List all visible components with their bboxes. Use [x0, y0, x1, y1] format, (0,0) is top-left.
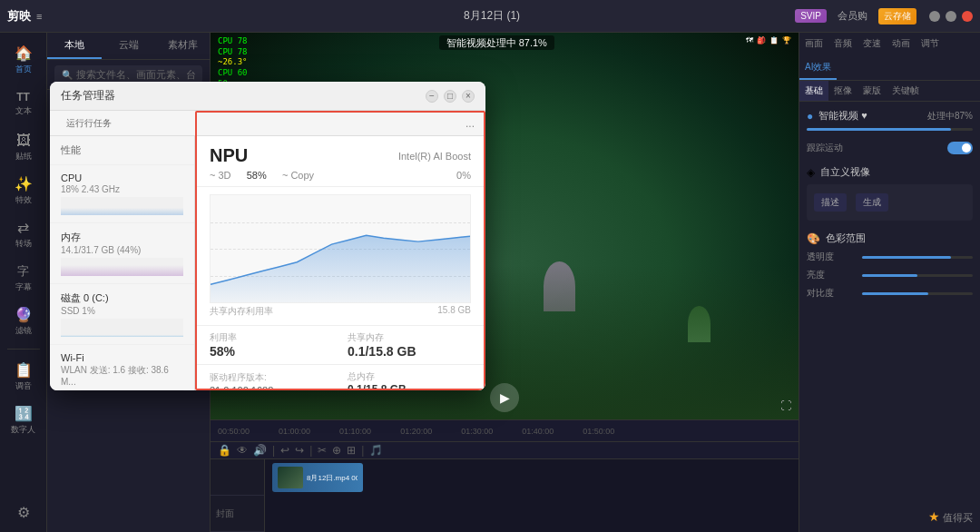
tab-animation[interactable]: 动画: [887, 33, 916, 56]
subtab-basic[interactable]: 基础: [799, 81, 828, 101]
disk-chart: [61, 319, 183, 337]
sep3: |: [361, 444, 364, 457]
smart-video-status: 处理中87%: [927, 110, 973, 123]
sidebar-item-text[interactable]: TT 文本: [4, 84, 44, 123]
sidebar-item-template[interactable]: 📋 调音: [4, 357, 44, 397]
sidebar-item-digital[interactable]: 🔢 数字人: [4, 400, 44, 440]
undo-icon[interactable]: ↩: [280, 444, 289, 457]
app-container: 剪映 ≡ 8月12日 (1) SVIP 会员购 云存储 🏠 首页 TT: [0, 0, 980, 532]
tab-local[interactable]: 本地: [47, 33, 102, 59]
sidebar-item-home[interactable]: 🏠 首页: [4, 40, 44, 80]
tm-subtitle-row: ~ 3D 58% ~ Copy 0%: [210, 170, 471, 181]
tm-sidebar-wifi[interactable]: Wi-Fi WLAN 发送: 1.6 接收: 38.6 M...: [50, 345, 194, 390]
clip-thumbnail: [278, 467, 303, 488]
zoom-icon[interactable]: ⊞: [347, 444, 356, 457]
timeline-toolbar: 🔒 👁 🔊 | ↩ ↪ | ✂ ⊕ ⊞ | 🎵: [211, 442, 799, 459]
sidebar-item-transition[interactable]: ⇄ 转场: [4, 214, 44, 254]
template-icon: 📋: [15, 361, 33, 379]
progress-bar-bg: [807, 128, 973, 131]
expand-button[interactable]: ⛶: [780, 399, 791, 412]
follow-motion-toggle[interactable]: [947, 142, 973, 154]
tab-speed[interactable]: 变速: [858, 33, 887, 56]
time-mark-0: 00:50:00: [218, 427, 250, 436]
redo-icon[interactable]: ↪: [295, 444, 304, 457]
maximize-button[interactable]: [946, 11, 956, 22]
snap-icon[interactable]: ⊕: [332, 444, 341, 457]
track-area[interactable]: 8月12日.mp4 00:00: [265, 459, 799, 532]
custom-btn1[interactable]: 描述: [814, 193, 847, 212]
tm-chart-area: 共享内存利用率 15.8 GB: [195, 187, 485, 325]
tab-screen[interactable]: 画面: [799, 33, 828, 56]
custom-btn2[interactable]: 生成: [856, 193, 888, 212]
driver-ver-label: 驱动程序版本:: [210, 372, 267, 382]
slider-label3: 对比度: [807, 287, 862, 300]
npu-0pct: 0%: [456, 170, 471, 181]
tab-adjust[interactable]: 调节: [916, 33, 945, 56]
sidebar-item-sticker[interactable]: 🖼 贴纸: [4, 127, 44, 167]
play-button[interactable]: ▶: [490, 383, 519, 412]
sidebar-subtitle-label: 字幕: [15, 281, 32, 293]
lock-icon: 🔒: [218, 444, 231, 457]
mem-chart: [61, 258, 183, 276]
smart-video-icon: ●: [807, 110, 813, 123]
subtab-cutout[interactable]: 抠像: [828, 81, 858, 101]
smart-video-title: 智能视频 ♥: [818, 109, 867, 123]
subtab-mask[interactable]: 蒙版: [858, 81, 887, 101]
slider-row1: 透明度: [807, 251, 973, 263]
sidebar-item-filter[interactable]: 🔮 滤镜: [4, 301, 44, 341]
tm-more-btn[interactable]: ...: [466, 117, 475, 130]
tm-run-tasks-btn[interactable]: 运行行任务: [61, 115, 117, 132]
app-menu-icon[interactable]: ≡: [36, 11, 42, 22]
wifi-detail: WLAN 发送: 1.6 接收: 38.6 M...: [61, 364, 183, 387]
tm-sidebar-disk[interactable]: 磁盘 0 (C:) SSD 1%: [50, 284, 194, 345]
subtab-keyframe[interactable]: 关键帧: [887, 81, 925, 101]
audio-icon[interactable]: 🎵: [369, 444, 383, 457]
brightness-slider[interactable]: [862, 274, 973, 277]
tab-audio[interactable]: 音频: [828, 33, 858, 56]
tab-material[interactable]: 素材库: [155, 33, 210, 59]
search-input[interactable]: [76, 69, 195, 80]
tm-maximize-btn[interactable]: □: [444, 90, 456, 103]
tm-sidebar-cpu[interactable]: CPU 18% 2.43 GHz: [50, 165, 194, 223]
tm-minimize-btn[interactable]: −: [426, 90, 438, 103]
cloud-btn[interactable]: 云存储: [878, 8, 916, 25]
chart-left-label: 共享内存利用率: [210, 305, 273, 318]
opacity-slider[interactable]: [862, 256, 973, 259]
tm-title-row: NPU Intel(R) AI Boost: [210, 145, 471, 166]
hud-icons: 🗺🎒📋🏆: [746, 36, 791, 44]
contrast-fill: [862, 292, 928, 295]
chart-right-label: 15.8 GB: [437, 305, 471, 318]
tm-sidebar-memory[interactable]: 内存 14.1/31.7 GB (44%): [50, 223, 194, 284]
sidebar-item-effect[interactable]: ✨ 特效: [4, 171, 44, 211]
member-btn[interactable]: 会员购: [832, 7, 873, 25]
sidebar-text-label: 文本: [15, 105, 32, 117]
minimize-button[interactable]: [929, 11, 940, 22]
expand-icon: ⛶: [780, 399, 791, 412]
tm-actions-bar: 运行行任务 ...: [50, 111, 485, 136]
tm-close-btn[interactable]: ×: [462, 90, 475, 103]
close-button[interactable]: [962, 11, 973, 22]
processing-text: 智能视频处理中 87.1%: [439, 35, 554, 50]
tab-cloud[interactable]: 云端: [102, 33, 156, 59]
tab-ai[interactable]: AI效果: [799, 56, 837, 80]
sidebar-effect-label: 特效: [15, 194, 32, 206]
contrast-slider[interactable]: [862, 292, 973, 295]
processing-overlay: 智能视频处理中 87.1%: [439, 36, 554, 50]
slider-label1: 透明度: [807, 251, 862, 263]
time-mark-1: 01:00:00: [279, 427, 310, 436]
cut-icon[interactable]: ✂: [318, 444, 327, 457]
vol-icon: 🔊: [253, 444, 267, 457]
sidebar-item-subtitle[interactable]: 字 字幕: [4, 258, 44, 298]
sidebar-transition-label: 转场: [15, 238, 32, 250]
video-clip[interactable]: 8月12日.mp4 00:00: [272, 463, 363, 492]
sidebar-item-settings[interactable]: ⚙: [4, 492, 44, 532]
driver-info: 驱动程序版本: 31.0.100.1688 驱动程序日期: 2023/10/31…: [210, 370, 333, 390]
task-manager-titlebar: 任务管理器 − □ ×: [50, 82, 485, 111]
npu-chart-canvas: [210, 194, 471, 303]
tm-window-controls: − □ ×: [426, 90, 475, 103]
tm-main-header: NPU Intel(R) AI Boost ~ 3D 58% ~ Copy 0%: [195, 136, 485, 187]
brightness-fill: [862, 274, 917, 277]
custom-header: ◈ 自立义视像: [807, 165, 973, 179]
svip-badge[interactable]: SVIP: [795, 9, 827, 23]
sidebar-divider: [7, 349, 40, 350]
